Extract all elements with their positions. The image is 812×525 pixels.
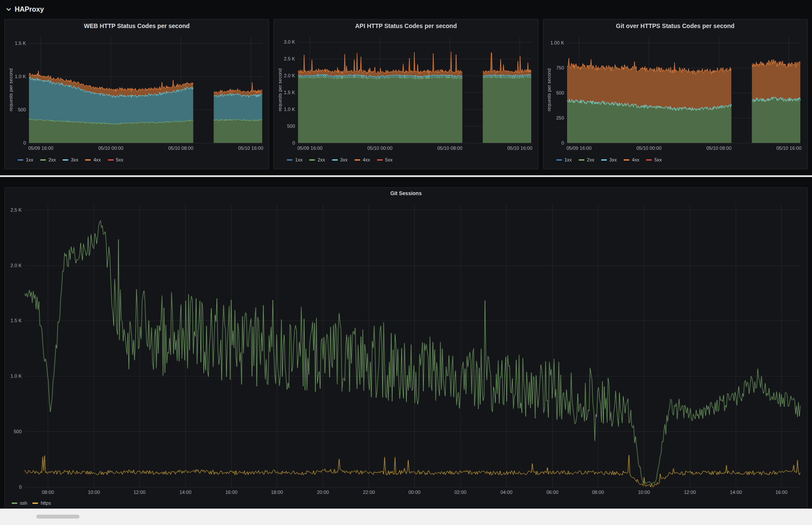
- legend-label: 5xx: [385, 158, 393, 162]
- legend-label: 3xx: [609, 158, 617, 162]
- panel-web-http-status: WEB HTTP Status Codes per second 1xx2xx3…: [4, 19, 269, 169]
- chart-legend: sshhttps: [5, 498, 807, 507]
- legend-swatch: [309, 159, 315, 161]
- page-bottom-strip: [0, 509, 812, 525]
- legend-swatch: [12, 503, 17, 504]
- legend-item-ssh[interactable]: ssh: [12, 501, 27, 506]
- legend-item-5xx[interactable]: 5xx: [377, 158, 393, 162]
- legend-swatch: [377, 159, 383, 161]
- legend-item-2xx[interactable]: 2xx: [309, 158, 325, 162]
- legend-label: ssh: [20, 501, 27, 506]
- panel-title-git-https-status[interactable]: Git over HTTPS Status Codes per second: [543, 19, 807, 32]
- legend-swatch: [624, 159, 629, 161]
- chart-legend: 1xx2xx3xx4xx5xx: [5, 155, 269, 164]
- git-https-status-chart[interactable]: [545, 32, 806, 155]
- legend-label: 3xx: [71, 158, 78, 162]
- panel-git-https-status: Git over HTTPS Status Codes per second 1…: [543, 19, 808, 169]
- legend-swatch: [556, 159, 562, 161]
- row-header-haproxy[interactable]: HAProxy: [0, 0, 44, 19]
- api-http-status-chart[interactable]: [276, 32, 536, 155]
- legend-item-1xx[interactable]: 1xx: [556, 158, 572, 162]
- legend-label: 5xx: [654, 158, 662, 162]
- legend-label: 4xx: [632, 158, 639, 162]
- legend-swatch: [646, 159, 652, 161]
- legend-item-5xx[interactable]: 5xx: [646, 158, 662, 162]
- legend-label: 3xx: [340, 158, 348, 162]
- legend-label: 2xx: [317, 158, 325, 162]
- chevron-down-icon: [6, 7, 11, 12]
- legend-swatch: [63, 159, 68, 161]
- legend-label: 5xx: [116, 158, 124, 162]
- legend-item-4xx[interactable]: 4xx: [85, 158, 101, 162]
- grafana-dashboard: HAProxy WEB HTTP Status Codes per second…: [0, 0, 812, 525]
- legend-item-1xx[interactable]: 1xx: [287, 158, 302, 162]
- legend-swatch: [355, 159, 360, 161]
- legend-swatch: [332, 159, 338, 161]
- horizontal-scrollbar-thumb[interactable]: [36, 515, 79, 519]
- legend-label: 1xx: [565, 158, 572, 162]
- legend-item-1xx[interactable]: 1xx: [18, 158, 33, 162]
- chart-legend: 1xx2xx3xx4xx5xx: [274, 155, 538, 164]
- panel-git-sessions: Git Sessions sshhttps: [4, 187, 808, 509]
- legend-item-5xx[interactable]: 5xx: [108, 158, 124, 162]
- legend-item-https[interactable]: https: [32, 501, 51, 506]
- panel-api-http-status: API HTTP Status Codes per second 1xx2xx3…: [273, 19, 538, 169]
- legend-label: 4xx: [93, 158, 101, 162]
- legend-swatch: [601, 159, 607, 161]
- legend-item-3xx[interactable]: 3xx: [332, 158, 348, 162]
- legend-item-3xx[interactable]: 3xx: [601, 158, 617, 162]
- legend-swatch: [579, 159, 584, 161]
- row-title: HAProxy: [15, 6, 44, 13]
- legend-label: https: [41, 501, 51, 506]
- legend-swatch: [85, 159, 91, 161]
- haproxy-panels-row: WEB HTTP Status Codes per second 1xx2xx3…: [0, 19, 812, 169]
- legend-label: 2xx: [587, 158, 594, 162]
- legend-swatch: [40, 159, 46, 161]
- legend-item-2xx[interactable]: 2xx: [579, 158, 594, 162]
- legend-swatch: [18, 159, 23, 161]
- section-separator: [0, 175, 812, 177]
- legend-item-3xx[interactable]: 3xx: [63, 158, 78, 162]
- legend-swatch: [287, 159, 292, 161]
- legend-label: 2xx: [48, 158, 56, 162]
- legend-label: 1xx: [26, 158, 33, 162]
- legend-swatch: [32, 503, 38, 504]
- legend-label: 1xx: [295, 158, 302, 162]
- git-sessions-chart[interactable]: [5, 199, 807, 498]
- panel-title-api-http-status[interactable]: API HTTP Status Codes per second: [274, 19, 538, 32]
- legend-label: 4xx: [363, 158, 370, 162]
- chart-legend: 1xx2xx3xx4xx5xx: [543, 155, 807, 164]
- panel-title-web-http-status[interactable]: WEB HTTP Status Codes per second: [5, 19, 269, 32]
- legend-item-4xx[interactable]: 4xx: [355, 158, 370, 162]
- legend-swatch: [108, 159, 114, 161]
- legend-item-4xx[interactable]: 4xx: [624, 158, 639, 162]
- web-http-status-chart[interactable]: [6, 32, 267, 155]
- panel-title-git-sessions[interactable]: Git Sessions: [5, 188, 807, 199]
- legend-item-2xx[interactable]: 2xx: [40, 158, 56, 162]
